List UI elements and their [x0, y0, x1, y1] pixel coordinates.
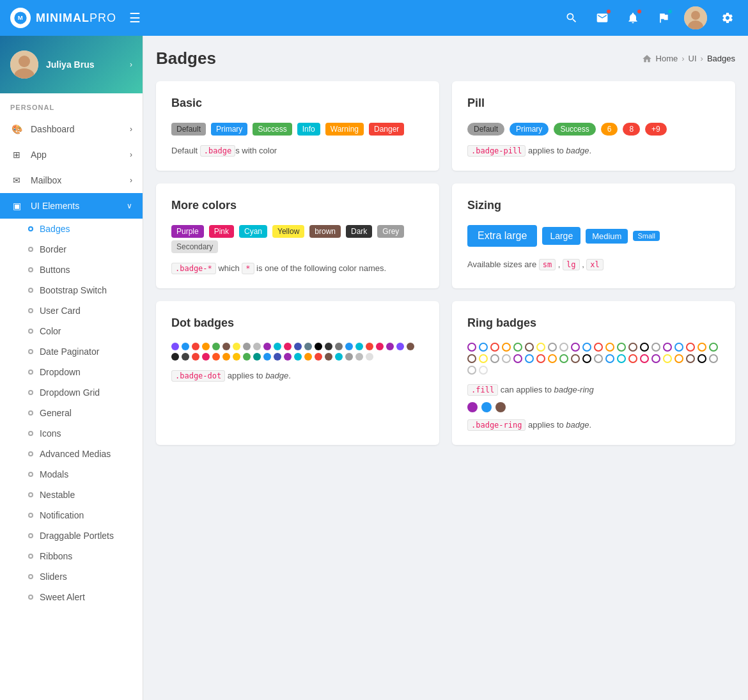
ring-badge	[628, 343, 637, 352]
dot-badge	[396, 343, 404, 350]
flag-notification-dot	[667, 9, 673, 14]
size-xl: xl	[586, 259, 603, 270]
mailbox-icon: ✉	[10, 174, 23, 187]
sidebar-user-name: Juliya Brus	[46, 59, 94, 70]
dot-badge	[386, 343, 394, 350]
sizing-card: Sizing Extra large Large Medium Small Av…	[452, 183, 735, 288]
breadcrumb: Home › UI › Badges	[642, 54, 735, 64]
mail-icon-btn[interactable]	[592, 8, 612, 28]
sidebar-item-mailbox[interactable]: ✉ Mailbox ›	[0, 167, 143, 193]
brand-text: MINIMALPRO	[36, 12, 116, 25]
ring-badge	[697, 343, 706, 352]
menu-icon[interactable]: ☰	[129, 10, 141, 26]
ring-badge	[571, 343, 580, 352]
sub-item-label: Date Paginator	[40, 346, 99, 357]
sidebar-sub-border[interactable]: Border	[0, 239, 143, 260]
sidebar-sub-dropdown[interactable]: Dropdown	[0, 362, 143, 382]
more-colors-card: More colors Purple Pink Cyan Yellow brow…	[156, 183, 439, 288]
dot-badge	[304, 343, 312, 350]
ring-badge	[559, 354, 568, 363]
pill-badges-row: Default Primary Success 6 8 +9	[467, 123, 720, 136]
sub-user-card-circle	[28, 308, 33, 313]
flag-icon-btn[interactable]	[653, 8, 674, 28]
ring-badge	[525, 354, 534, 363]
sub-item-label: General	[40, 408, 72, 418]
sub-icons-circle	[28, 431, 33, 436]
notification-icon-btn[interactable]	[623, 8, 643, 28]
more-colors-title: More colors	[171, 199, 424, 212]
sub-advanced-circle	[28, 451, 33, 456]
sidebar-sub-general[interactable]: General	[0, 403, 143, 423]
search-icon-btn[interactable]	[561, 8, 582, 28]
dot-badge	[304, 353, 312, 361]
navbar: M MINIMALPRO ☰	[0, 0, 748, 36]
sidebar-sub-sliders[interactable]: Sliders	[0, 566, 143, 587]
breadcrumb-ui: UI	[689, 54, 697, 63]
filled-ring-row	[467, 402, 720, 412]
sidebar-sub-bootstrap-switch[interactable]: Bootstrap Switch	[0, 280, 143, 300]
sidebar-sub-ribbons[interactable]: Ribbons	[0, 546, 143, 566]
sub-item-label: Icons	[40, 428, 61, 439]
dot-badge	[335, 343, 343, 350]
ring-badge	[663, 343, 672, 352]
sidebar-sub-date-paginator[interactable]: Date Paginator	[0, 341, 143, 362]
sidebar-sub-draggable[interactable]: Draggable Portlets	[0, 525, 143, 546]
sidebar-sub-sweet-alert[interactable]: Sweet Alert	[0, 587, 143, 607]
basic-description: Default .badges with color	[171, 146, 424, 155]
sizing-badges-row: Extra large Large Medium Small	[467, 225, 720, 247]
sidebar-sub-color[interactable]: Color	[0, 321, 143, 341]
sidebar-item-app[interactable]: ⊞ App ›	[0, 142, 143, 167]
filled-ring-badge	[495, 402, 506, 412]
dot-badges-grid	[171, 343, 424, 361]
dot-badge	[202, 343, 210, 350]
basic-title: Basic	[171, 97, 424, 110]
pill-title: Pill	[467, 97, 720, 110]
dot-badge	[171, 353, 179, 361]
ring-badge	[467, 354, 476, 363]
dot-badge	[233, 353, 240, 361]
sidebar-sub-dropdown-grid[interactable]: Dropdown Grid	[0, 382, 143, 403]
pill-badge-primary: Primary	[510, 123, 549, 136]
svg-point-6	[19, 56, 30, 67]
breadcrumb-current: Badges	[707, 54, 735, 63]
user-avatar[interactable]	[684, 6, 707, 29]
badge-dark: Dark	[346, 225, 372, 238]
badge-success: Success	[253, 123, 292, 136]
sidebar-sub-buttons[interactable]: Buttons	[0, 260, 143, 280]
dot-badge	[212, 353, 220, 361]
sidebar-sub-modals[interactable]: Modals	[0, 464, 143, 485]
main-content: Badges Home › UI › Badges Basic Default …	[143, 36, 748, 700]
pill-badge-default: Default	[467, 123, 504, 136]
sidebar-user-arrow[interactable]: ›	[130, 60, 132, 69]
sub-item-label: Ribbons	[40, 551, 72, 561]
sidebar-sub-advanced-medias[interactable]: Advanced Medias	[0, 444, 143, 464]
ring-badge	[548, 354, 557, 363]
ring-badge	[594, 354, 603, 363]
sub-item-label: Modals	[40, 469, 68, 479]
breadcrumb-home: Home	[656, 54, 678, 63]
badge-cyan: Cyan	[239, 225, 267, 238]
dot-badge	[325, 343, 332, 350]
ring-badge	[594, 343, 603, 352]
cards-grid: Basic Default Primary Success Info Warni…	[156, 81, 735, 445]
ring-badge	[490, 343, 499, 352]
dot-badge	[274, 343, 281, 350]
dot-badge	[263, 353, 271, 361]
sub-item-label: Badges	[40, 224, 70, 234]
sidebar-sub-badges[interactable]: Badges	[0, 219, 143, 239]
settings-icon-btn[interactable]	[717, 8, 738, 28]
sidebar-sub-nestable[interactable]: Nestable	[0, 485, 143, 505]
ring-badge	[513, 343, 522, 352]
ring-badge	[571, 354, 580, 363]
sidebar-sub-notification[interactable]: Notification	[0, 505, 143, 525]
pill-card: Pill Default Primary Success 6 8 +9 .bad…	[452, 81, 735, 171]
sidebar-item-ui-elements[interactable]: ▣ UI Elements ∨	[0, 193, 143, 219]
sidebar-item-dashboard[interactable]: 🎨 Dashboard ›	[0, 116, 143, 142]
sidebar-avatar	[10, 51, 38, 79]
dot-badges-card: Dot badges .badge-dot applies to badge.	[156, 301, 439, 445]
sidebar-sub-user-card[interactable]: User Card	[0, 300, 143, 321]
sidebar-sub-icons[interactable]: Icons	[0, 423, 143, 444]
sizing-title: Sizing	[467, 199, 720, 212]
pill-badge-success: Success	[554, 123, 595, 136]
pill-description: .badge-pill applies to badge.	[467, 146, 720, 155]
